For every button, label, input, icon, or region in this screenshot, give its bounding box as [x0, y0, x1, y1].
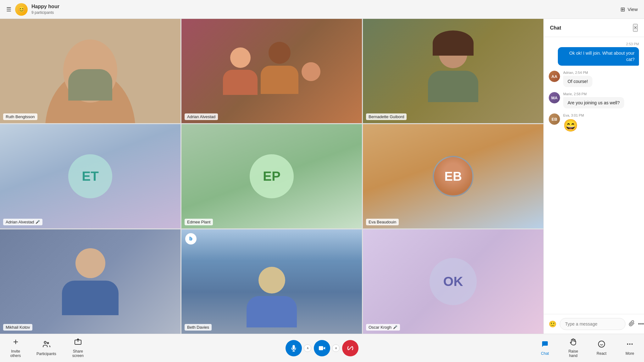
bottom-bar: Invite others Participants Share screen …	[0, 334, 644, 362]
bottom-left-controls: Invite others Participants Share screen	[0, 335, 94, 361]
video-cell-bernadette: Bernadette Guibord	[363, 19, 543, 123]
chat-panel: Chat × 2:53 PM Ok ok! I will join. What …	[543, 19, 644, 334]
video-cell-ruth: Ruth Bengtsson	[0, 19, 180, 123]
participants-icon	[42, 340, 50, 350]
name-badge-adrian: Adrian Alvestad	[185, 113, 218, 120]
name-badge-et: Adrian Alvestad 🎤	[3, 219, 42, 225]
message-incoming-2: AA Adrian, 2:54 PM Of course!	[549, 71, 639, 87]
message-content-2: Adrian, 2:54 PM Of course!	[563, 71, 639, 87]
message-bubble-incoming-2: Of course!	[563, 76, 592, 87]
app-icon: 😊	[15, 3, 28, 16]
participants-label: Participants	[36, 352, 56, 356]
message-input[interactable]	[560, 318, 625, 330]
share-label: Share screen	[68, 349, 88, 358]
participants-button[interactable]: Participants	[31, 335, 62, 361]
mic-muted-icon: 🎤	[36, 220, 40, 224]
message-time-1: 2:53 PM	[549, 42, 639, 46]
view-label: View	[628, 7, 638, 12]
bing-icon: b	[185, 233, 197, 244]
video-cell-et: ET Adrian Alvestad 🎤	[0, 124, 180, 228]
name-badge-ep: Edmee Plant	[185, 219, 213, 225]
react-button[interactable]: React	[587, 335, 616, 361]
message-sender-time-4: Eva, 3:01 PM	[563, 113, 639, 117]
chat-header: Chat ×	[544, 19, 644, 37]
react-icon	[598, 340, 605, 350]
avatar-cell-oscar: OK	[363, 229, 543, 334]
attachment-button[interactable]	[629, 320, 635, 328]
more-button[interactable]: More	[616, 335, 644, 361]
bottom-center-controls: ∧ ∧	[286, 340, 358, 356]
video-cell-beth: b Beth Davies	[181, 229, 362, 334]
video-chevron[interactable]: ∧	[332, 344, 340, 352]
message-incoming-4: EB Eva, 3:01 PM 😄	[549, 113, 639, 132]
main-area: Ruth Bengtsson	[0, 19, 644, 334]
bottom-right-controls: Chat Raise hand React More	[543, 335, 644, 361]
chat-tab-label: Chat	[541, 351, 549, 356]
svg-point-7	[631, 343, 633, 345]
video-cell-oscar: OK Oscar Krogh 🎤	[363, 229, 543, 334]
avatar-cell-et: ET	[0, 124, 180, 228]
message-outgoing-1: 2:53 PM Ok ok! I will join. What about y…	[549, 42, 639, 66]
participants-count: 9 participants	[31, 10, 54, 15]
svg-rect-3	[319, 346, 323, 350]
message-bubble-outgoing-1: Ok ok! I will join. What about your cat?	[558, 47, 639, 66]
avatar-cell-eva: EB	[363, 124, 543, 228]
avatar-marie: MA	[549, 92, 560, 103]
video-grid: Ruth Bengtsson	[0, 19, 543, 334]
raise-hand-label: Raise hand	[565, 349, 581, 358]
chat-icon	[541, 340, 549, 350]
message-sender-time-3: Marie, 2:58 PM	[563, 92, 639, 96]
header: ☰ 😊 Happy hour 9 participants ⊞ View	[0, 0, 644, 19]
oscar-mic-icon: 🎤	[393, 325, 397, 329]
end-call-button[interactable]	[342, 340, 358, 356]
svg-point-0	[44, 341, 47, 343]
svg-point-6	[629, 343, 630, 345]
message-bubble-incoming-3: Are you joining us as well?	[563, 97, 624, 108]
chat-title: Chat	[550, 25, 561, 31]
name-badge-eva: Eva Beaudouin	[366, 219, 399, 225]
avatar-adrian: AA	[549, 71, 560, 82]
video-cell-mikhail: Mikhail Kotov	[0, 229, 180, 334]
avatar-eva: EB	[549, 113, 560, 125]
chat-messages: 2:53 PM Ok ok! I will join. What about y…	[544, 37, 644, 314]
message-content-3: Marie, 2:58 PM Are you joining us as wel…	[563, 92, 639, 108]
avatar-circle-ep: EP	[250, 154, 294, 198]
hamburger-icon[interactable]: ☰	[6, 6, 11, 13]
invite-icon	[12, 338, 19, 348]
chat-more-button[interactable]: •••	[638, 321, 644, 327]
message-content-4: Eva, 3:01 PM 😄	[563, 113, 639, 132]
chat-input-area: 🙂 •••	[544, 314, 644, 334]
svg-point-5	[627, 343, 628, 345]
chat-tab-button[interactable]: Chat	[531, 335, 559, 361]
meeting-info: Happy hour 9 participants	[31, 4, 59, 15]
avatar-cell-ep: EP	[181, 124, 362, 228]
name-badge-bernadette: Bernadette Guibord	[366, 113, 407, 120]
invite-others-button[interactable]: Invite others	[0, 335, 31, 361]
name-badge-mikhail: Mikhail Kotov	[3, 324, 32, 331]
raise-hand-button[interactable]: Raise hand	[559, 335, 587, 361]
more-label: More	[625, 351, 634, 356]
name-badge-beth: Beth Davies	[185, 324, 212, 331]
more-icon	[626, 340, 634, 350]
video-button[interactable]	[314, 340, 330, 356]
mic-chevron[interactable]: ∧	[304, 344, 311, 352]
mic-button[interactable]	[286, 340, 302, 356]
name-badge-oscar: Oscar Krogh 🎤	[366, 324, 400, 331]
emoji-button[interactable]: 🙂	[549, 320, 557, 328]
chat-close-button[interactable]: ×	[633, 24, 638, 32]
avatar-circle-oscar: OK	[430, 258, 477, 305]
invite-label: Invite others	[6, 349, 25, 358]
raise-hand-icon	[569, 338, 577, 348]
svg-point-1	[47, 343, 49, 344]
avatar-circle-et: ET	[68, 154, 112, 198]
share-screen-button[interactable]: Share screen	[62, 335, 94, 361]
svg-point-4	[598, 341, 605, 347]
video-cell-eva: EB Eva Beaudouin	[363, 124, 543, 228]
video-cell-adrian: Adrian Alvestad	[181, 19, 362, 123]
name-badge-ruth: Ruth Bengtsson	[3, 113, 37, 120]
video-cell-ep: EP Edmee Plant	[181, 124, 362, 228]
message-sender-time-2: Adrian, 2:54 PM	[563, 71, 639, 74]
view-button[interactable]: ⊞ View	[620, 6, 638, 13]
meeting-title: Happy hour	[31, 4, 59, 9]
grid-icon: ⊞	[620, 6, 625, 13]
